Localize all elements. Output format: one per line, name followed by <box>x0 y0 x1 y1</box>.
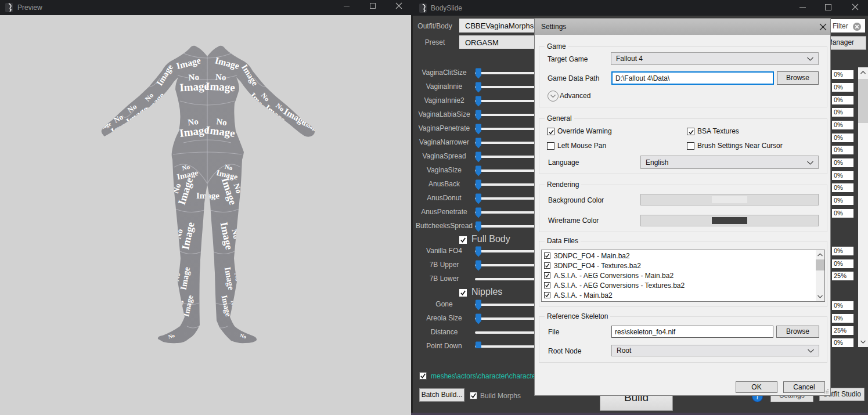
svg-text:Image: Image <box>206 80 236 94</box>
svg-text:Image: Image <box>196 191 219 200</box>
